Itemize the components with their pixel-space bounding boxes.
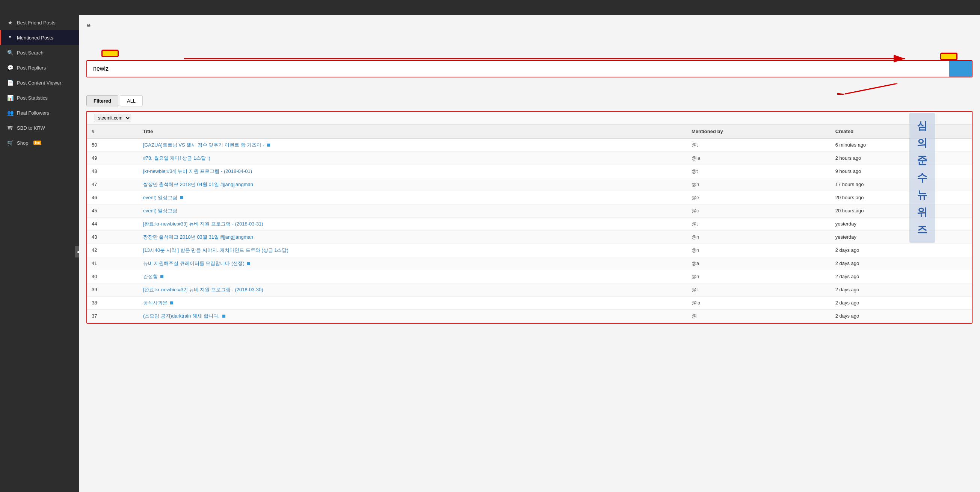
cell-created: 2 days ago bbox=[831, 283, 972, 296]
sidebar-icon-post-search: 🔍 bbox=[7, 50, 13, 56]
search-input[interactable] bbox=[87, 61, 949, 77]
sidebar-item-post-content-viewer[interactable]: 📄 Post Content Viewer bbox=[0, 75, 79, 90]
title-link[interactable]: #78. 월요일 캐마! 상금 1스달 :) bbox=[143, 155, 210, 161]
table-body: 50 [GAZUA]토르닝 VS 첼시 점수 맞추기 이벤트 함 가즈아~ @t… bbox=[87, 138, 972, 323]
page-description bbox=[86, 38, 972, 45]
cell-num: 47 bbox=[87, 178, 138, 191]
cell-mentioned-by: @e bbox=[687, 191, 831, 204]
cell-created: 2 days ago bbox=[831, 270, 972, 283]
sidebar-item-post-statistics[interactable]: 📊 Post Statistics bbox=[0, 90, 79, 105]
comment-dot bbox=[170, 302, 173, 304]
cell-title: event) 일상그림 bbox=[138, 191, 687, 204]
cell-mentioned-by: @n bbox=[687, 244, 831, 257]
col-header-title: Title bbox=[138, 125, 687, 138]
cell-mentioned-by: @a bbox=[687, 257, 831, 270]
sidebar-icon-mentioned-posts: ❝ bbox=[7, 35, 13, 41]
cell-created: 2 days ago bbox=[831, 309, 972, 323]
title-link[interactable]: [완료:kr-newbie:#32] 뉴비 지원 프로그램 - (2018-03… bbox=[143, 287, 263, 292]
hot-badge: hot bbox=[33, 141, 41, 145]
cell-mentioned-by: @n bbox=[687, 270, 831, 283]
topbar bbox=[0, 0, 980, 15]
tabs-row: FilteredALL bbox=[86, 96, 972, 106]
title-link[interactable]: [GAZUA]토르닝 VS 첼시 점수 맞추기 이벤트 함 가즈아~ bbox=[143, 142, 264, 148]
sidebar-label-post-content-viewer: Post Content Viewer bbox=[17, 80, 61, 86]
title-link[interactable]: 공식사과문 bbox=[143, 300, 167, 305]
cell-created: 2 hours ago bbox=[831, 152, 972, 165]
cell-title: #78. 월요일 캐마! 상금 1스달 :) bbox=[138, 152, 687, 165]
table-header: #TitleMentioned byCreated bbox=[87, 125, 972, 138]
comment-dot bbox=[247, 262, 250, 265]
sidebar-label-best-friend-posts: Best Friend Posts bbox=[17, 20, 56, 26]
annotation-click bbox=[940, 53, 958, 60]
tab-all[interactable]: ALL bbox=[120, 96, 143, 106]
cell-title: 공식사과문 bbox=[138, 296, 687, 309]
sidebar-icon-post-content-viewer: 📄 bbox=[7, 80, 13, 86]
table-row: 42 [13시40분 시작 ] 받은 만큼 써야지. 캐치마인드 드루와 (상금… bbox=[87, 244, 972, 257]
table-header-row: #TitleMentioned byCreated bbox=[87, 125, 972, 138]
cell-mentioned-by: @t bbox=[687, 283, 831, 296]
title-link[interactable]: 짱장만 출석체크 2018년 04월 01일 #jjangjjangman bbox=[143, 182, 253, 187]
cell-num: 40 bbox=[87, 270, 138, 283]
svg-line-3 bbox=[845, 83, 897, 94]
cell-num: 43 bbox=[87, 230, 138, 244]
sidebar-item-real-followers[interactable]: 👥 Real Followers bbox=[0, 105, 79, 120]
search-row bbox=[86, 60, 972, 77]
comment-dot bbox=[223, 315, 225, 318]
sidebar-item-mentioned-posts[interactable]: ❝ Mentioned Posts bbox=[0, 30, 79, 45]
cell-title: 짱장만 출석체크 2018년 03월 31일 #jjangjjangman bbox=[138, 230, 687, 244]
cell-num: 44 bbox=[87, 217, 138, 230]
sidebar-item-post-repliers[interactable]: 💬 Post Repliers bbox=[0, 60, 79, 75]
title-link[interactable]: 뉴비 지원해주실 큐레이터를 모집합니다 (선정) bbox=[143, 260, 245, 266]
table-row: 46 event) 일상그림 @e 20 hours ago bbox=[87, 191, 972, 204]
cell-created: 20 hours ago bbox=[831, 191, 972, 204]
col-header-#: # bbox=[87, 125, 138, 138]
table-row: 38 공식사과문 @la 2 days ago bbox=[87, 296, 972, 309]
title-link[interactable]: event) 일상그림 bbox=[143, 195, 178, 200]
table-row: 39 [완료:kr-newbie:#32] 뉴비 지원 프로그램 - (2018… bbox=[87, 283, 972, 296]
cell-created: 2 days ago bbox=[831, 244, 972, 257]
sidebar-item-post-search[interactable]: 🔍 Post Search bbox=[0, 45, 79, 60]
sidebar-item-sbd-to-krw[interactable]: ₩ SBD to KRW bbox=[0, 120, 79, 135]
cell-num: 49 bbox=[87, 152, 138, 165]
title-link[interactable]: 간절함 bbox=[143, 274, 158, 279]
title-link[interactable]: [완료:kr-newbie:#33] 뉴비 지원 프로그램 - (2018-03… bbox=[143, 221, 263, 227]
cell-title: [GAZUA]토르닝 VS 첼시 점수 맞추기 이벤트 함 가즈아~ bbox=[138, 138, 687, 152]
content-area: ❝ bbox=[79, 15, 980, 492]
tab-filtered[interactable]: Filtered bbox=[86, 96, 118, 106]
sidebar: ★ Best Friend Posts ❝ Mentioned Posts 🔍 … bbox=[0, 15, 79, 492]
cell-created: 17 hours ago bbox=[831, 178, 972, 191]
col-header-created: Created bbox=[831, 125, 972, 138]
sidebar-item-shop[interactable]: 🛒 Shop hot bbox=[0, 135, 79, 150]
cell-title: 짱장만 출석체크 2018년 04월 01일 #jjangjjangman bbox=[138, 178, 687, 191]
site-link-bar: steemit.com bbox=[87, 112, 972, 125]
cell-title: [완료:kr-newbie:#33] 뉴비 지원 프로그램 - (2018-03… bbox=[138, 217, 687, 230]
site-link-select[interactable]: steemit.com bbox=[94, 114, 131, 122]
cell-created: 6 minutes ago bbox=[831, 138, 972, 152]
sidebar-item-best-friend-posts[interactable]: ★ Best Friend Posts bbox=[0, 15, 79, 30]
cell-title: [13시40분 시작 ] 받은 만큼 써야지. 캐치마인드 드루와 (상금 1스… bbox=[138, 244, 687, 257]
annotation-arrow-down bbox=[837, 83, 912, 95]
cell-num: 42 bbox=[87, 244, 138, 257]
cell-num: 39 bbox=[87, 283, 138, 296]
title-link[interactable]: [kr-newbie:#34] 뉴비 지원 프로그램 - (2018-04-01… bbox=[143, 168, 252, 174]
cell-created: yesterday bbox=[831, 217, 972, 230]
sidebar-label-real-followers: Real Followers bbox=[17, 110, 49, 116]
cell-created: 2 days ago bbox=[831, 296, 972, 309]
title-link[interactable]: (소모임 공지)darktrain 해체 합니다. bbox=[143, 313, 220, 319]
title-link[interactable]: event) 일상그림 bbox=[143, 208, 178, 214]
title-link[interactable]: [13시40분 시작 ] 받은 만큼 써야지. 캐치마인드 드루와 (상금 1스… bbox=[143, 247, 288, 253]
sidebar-label-sbd-to-krw: SBD to KRW bbox=[17, 125, 45, 131]
cell-created: yesterday bbox=[831, 230, 972, 244]
cell-num: 48 bbox=[87, 165, 138, 178]
cell-num: 46 bbox=[87, 191, 138, 204]
cell-title: [kr-newbie:#34] 뉴비 지원 프로그램 - (2018-04-01… bbox=[138, 165, 687, 178]
table-row: 43 짱장만 출석체크 2018년 03월 31일 #jjangjjangman… bbox=[87, 230, 972, 244]
search-button[interactable] bbox=[949, 61, 972, 77]
cell-mentioned-by: @c bbox=[687, 204, 831, 217]
cell-num: 50 bbox=[87, 138, 138, 152]
annotation-enter-id bbox=[102, 50, 119, 57]
table-row: 45 event) 일상그림 @c 20 hours ago bbox=[87, 204, 972, 217]
sidebar-toggle-button[interactable]: ◀ bbox=[75, 246, 79, 257]
title-link[interactable]: 짱장만 출석체크 2018년 03월 31일 #jjangjjangman bbox=[143, 234, 253, 240]
sidebar-icon-shop: 🛒 bbox=[7, 140, 13, 146]
